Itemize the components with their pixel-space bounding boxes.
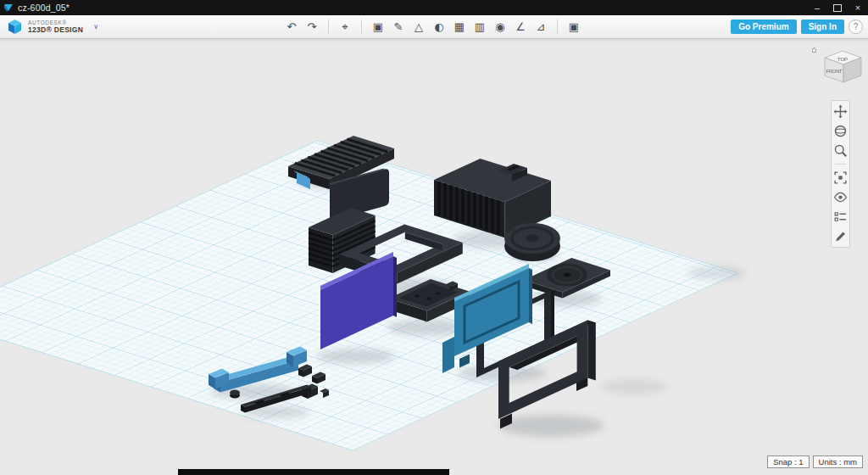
sketch-tool-icon[interactable]: ✎ [388, 20, 409, 33]
logo-cube-icon [6, 18, 24, 36]
ruler-tool-icon[interactable]: ⊿ [531, 20, 551, 33]
redo-icon[interactable]: ↷ [302, 20, 322, 33]
close-button[interactable]: × [848, 0, 868, 15]
construct-tool-icon[interactable]: △ [409, 20, 429, 33]
outline-list-icon[interactable] [833, 210, 848, 224]
modify-tool-icon[interactable]: ◐ [429, 20, 449, 33]
pan-icon[interactable] [833, 104, 848, 119]
window-title: cz-600d_05* [18, 3, 807, 13]
viewcube-front-label[interactable]: FRONT [826, 69, 843, 74]
snap-setting[interactable]: Snap : 1 [767, 455, 809, 468]
separator [361, 20, 362, 34]
home-icon[interactable]: ⌂ [811, 44, 817, 54]
material-tool-icon[interactable]: ▣ [564, 20, 584, 33]
minimize-button[interactable]: – [807, 0, 827, 15]
units-setting[interactable]: Units : mm [813, 455, 863, 468]
modeling-canvas[interactable]: ⌂ TOP FRONT [0, 0, 868, 475]
separator [557, 20, 558, 34]
brand-line2: 123D® DESIGN [28, 26, 83, 34]
undo-icon[interactable]: ↶ [281, 20, 302, 33]
visibility-icon[interactable] [833, 190, 848, 204]
main-toolbar: AUTODESK® 123D® DESIGN ∨ ↶ ↷ ⌖ ▣ ✎ △ ◐ ▦… [0, 15, 868, 39]
maximize-icon [833, 4, 842, 12]
zoom-icon[interactable] [833, 143, 848, 158]
rail-divider [835, 164, 846, 165]
taskbar-sliver[interactable] [178, 469, 449, 475]
primitives-tool-icon[interactable]: ▣ [368, 20, 388, 33]
app-icon [3, 3, 14, 13]
status-bar: Snap : 1 Units : mm [767, 455, 863, 468]
transform-tool-icon[interactable]: ⌖ [335, 20, 355, 34]
tool-strip: ↶ ↷ ⌖ ▣ ✎ △ ◐ ▦ ▥ ◉ ∠ ⊿ ▣ [281, 15, 584, 38]
measure-tool-icon[interactable]: ∠ [510, 20, 531, 33]
grouping-tool-icon[interactable]: ▥ [470, 20, 490, 33]
separator [328, 20, 329, 34]
navigation-rail [831, 100, 850, 248]
viewcube-top-label[interactable]: TOP [837, 57, 848, 62]
chevron-down-icon[interactable]: ∨ [93, 23, 98, 31]
title-bar: cz-600d_05* – × [0, 0, 868, 15]
combine-tool-icon[interactable]: ◉ [490, 20, 510, 33]
maximize-button[interactable] [827, 0, 848, 15]
fit-view-icon[interactable] [833, 170, 848, 185]
part-round-cap[interactable] [504, 223, 560, 261]
sign-in-button[interactable]: Sign In [801, 20, 844, 34]
pattern-tool-icon[interactable]: ▦ [449, 20, 470, 33]
orbit-icon[interactable] [833, 124, 848, 138]
go-premium-button[interactable]: Go Premium [731, 20, 796, 34]
app-menu[interactable]: AUTODESK® 123D® DESIGN ∨ [6, 18, 98, 36]
help-button[interactable]: ? [849, 20, 863, 34]
material-edit-icon[interactable] [833, 229, 848, 243]
